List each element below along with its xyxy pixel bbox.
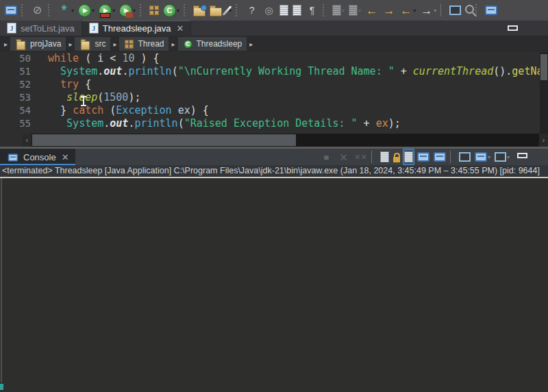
code-area[interactable]: 50while ( i < 10 ) {51 System.out.printl… — [0, 52, 540, 134]
display-selected-console-icon[interactable]: ▾ — [473, 149, 492, 165]
toolbar-separator — [475, 4, 481, 16]
code-line-51[interactable]: 51 System.out.println("\nCurrently Worki… — [0, 65, 540, 78]
new-class-icon[interactable]: C▾ — [162, 2, 181, 19]
collapse-all-icon[interactable]: ▾ — [331, 2, 346, 19]
debug-dropdown-icon[interactable]: ▾ — [71, 8, 74, 14]
java-file-icon: J — [7, 23, 16, 34]
breadcrumb-chevron-icon[interactable]: ▸ — [66, 40, 75, 48]
breadcrumb-item-projjava[interactable]: projJava — [10, 37, 66, 51]
editor-tab-threadsleep-java[interactable]: JThreadsleep.java✕ — [82, 21, 192, 36]
new-class-dropdown-icon[interactable]: ▾ — [177, 8, 179, 14]
toolbar-separator — [21, 4, 27, 16]
editor-vertical-scrollbar[interactable] — [540, 52, 548, 134]
code-text: System.out.println("\nCurrently Working … — [41, 65, 540, 78]
format-pen-icon[interactable]: ▾ — [225, 2, 233, 19]
open-perspective-icon[interactable] — [484, 2, 499, 19]
search-help-icon[interactable]: ? — [244, 2, 260, 19]
toolbar-separator — [371, 151, 376, 163]
display-selected-console-dropdown-icon[interactable]: ▾ — [488, 154, 490, 160]
mark-occurrences-icon[interactable]: ◎ — [261, 2, 277, 19]
next-annotation-icon[interactable] — [278, 2, 290, 19]
search-icon[interactable] — [464, 2, 473, 19]
vertical-scrollbar-thumb[interactable] — [540, 54, 547, 80]
run-icon[interactable]: ▶▾ — [77, 2, 96, 19]
close-console-tab-icon[interactable]: ✕ — [62, 152, 69, 162]
scroll-lock-icon[interactable] — [392, 149, 401, 165]
pin-console-icon[interactable] — [458, 149, 472, 165]
breadcrumb-item-thread[interactable]: Thread — [119, 37, 169, 51]
code-line-50[interactable]: 50while ( i < 10 ) { — [0, 52, 540, 65]
code-text: try { — [41, 78, 91, 91]
breadcrumb-chevron-icon[interactable]: ▸ — [247, 40, 256, 48]
code-line-52[interactable]: 52 try { — [0, 78, 540, 91]
minimize-editor-icon[interactable] — [506, 22, 519, 35]
minimize-console-icon[interactable] — [516, 149, 529, 162]
folder-open-icon — [16, 40, 26, 50]
toolbar-separator — [236, 4, 241, 16]
remove-all-launches-icon[interactable]: ✕✕ — [353, 149, 369, 165]
scroll-left-button[interactable]: ‹ — [23, 134, 32, 147]
next-edit-location-icon[interactable]: → — [381, 2, 397, 19]
open-type-icon[interactable] — [192, 2, 207, 19]
breadcrumb-chevron-icon[interactable]: ▸ — [110, 40, 119, 48]
pin-editor-icon[interactable] — [448, 2, 462, 19]
editor-window-controls — [506, 21, 548, 36]
coverage-dropdown-icon[interactable]: ▾ — [112, 8, 115, 14]
editor-horizontal-scrollbar[interactable]: ‹ › — [0, 134, 548, 147]
code-line-55[interactable]: 55 System.out.println("Raised Exception … — [0, 117, 540, 130]
forward-icon[interactable]: →▾ — [419, 2, 438, 19]
breadcrumb-chevron-icon[interactable]: ▸ — [169, 40, 177, 48]
back-dropdown-icon[interactable]: ▾ — [413, 8, 416, 14]
profile-icon[interactable]: ▶▾ — [118, 2, 137, 19]
expand-all-icon[interactable]: ▾ — [347, 2, 362, 19]
breadcrumb-item-src[interactable]: src — [75, 37, 110, 51]
package-folder-icon — [81, 40, 90, 50]
toolbar-separator — [48, 4, 53, 16]
breadcrumb-chevron-icon[interactable]: ▸ — [1, 40, 10, 48]
toolbar-separator — [140, 4, 145, 16]
breadcrumb-item-threadsleep[interactable]: CThreadsleep — [178, 37, 247, 51]
mouse-ibeam-cursor — [81, 96, 87, 108]
profile-dropdown-icon[interactable]: ▾ — [133, 8, 136, 14]
clear-console-icon[interactable] — [379, 149, 390, 165]
code-editor[interactable]: 50while ( i < 10 ) {51 System.out.printl… — [0, 52, 548, 134]
remove-launch-icon[interactable]: ✕ — [336, 149, 351, 165]
debug-icon[interactable]: *▾ — [56, 2, 75, 19]
open-resource-icon[interactable] — [208, 2, 223, 19]
expand-all-dropdown-icon[interactable]: ▾ — [358, 8, 361, 14]
skip-all-breakpoints-icon[interactable]: ⊘ — [29, 2, 45, 19]
close-tab-icon[interactable]: ✕ — [177, 23, 184, 34]
show-on-stderr-icon[interactable] — [432, 149, 447, 165]
previous-annotation-icon[interactable] — [291, 2, 303, 19]
scroll-right-button[interactable]: › — [539, 134, 548, 147]
back-icon[interactable]: ←▾ — [398, 2, 417, 19]
word-wrap-icon[interactable] — [403, 149, 414, 165]
coverage-icon[interactable]: ▶▾ — [97, 2, 116, 19]
new-java-project-icon[interactable] — [148, 2, 160, 19]
code-text: sleep(1500); — [41, 91, 140, 104]
breadcrumb-label: Thread — [138, 39, 164, 49]
console-output-area[interactable] — [0, 178, 548, 392]
horizontal-scrollbar-track[interactable] — [32, 134, 539, 147]
forward-dropdown-icon[interactable]: ▾ — [434, 8, 436, 14]
console-tab-label: Console — [23, 152, 56, 162]
run-dropdown-icon[interactable]: ▾ — [92, 8, 95, 14]
console-caret — [0, 384, 3, 390]
toolbar-separator — [440, 4, 445, 16]
code-text: while ( i < 10 ) { — [41, 52, 160, 65]
open-console-icon[interactable]: ▾ — [493, 149, 511, 165]
previous-edit-location-icon[interactable]: ← — [364, 2, 379, 19]
scrollbar-gutter — [0, 134, 23, 147]
open-console-dropdown-icon[interactable]: ▾ — [507, 154, 510, 160]
editor-tab-settolist-java[interactable]: JsetToList.java — [0, 21, 82, 36]
console-status-line: <terminated> Threadsleep [Java Applicati… — [0, 165, 548, 177]
code-text: } catch (Exception ex) { — [41, 104, 209, 117]
line-number: 54 — [0, 104, 41, 117]
show-on-stdout-icon[interactable] — [416, 149, 431, 165]
terminal-icon[interactable] — [3, 2, 18, 19]
show-whitespace-icon[interactable]: ¶ — [304, 2, 320, 19]
horizontal-scrollbar-thumb[interactable] — [32, 134, 296, 146]
terminate-icon[interactable]: ■ — [319, 149, 334, 165]
collapse-all-dropdown-icon[interactable]: ▾ — [342, 8, 345, 14]
tab-console[interactable]: Console ✕ — [0, 149, 75, 165]
